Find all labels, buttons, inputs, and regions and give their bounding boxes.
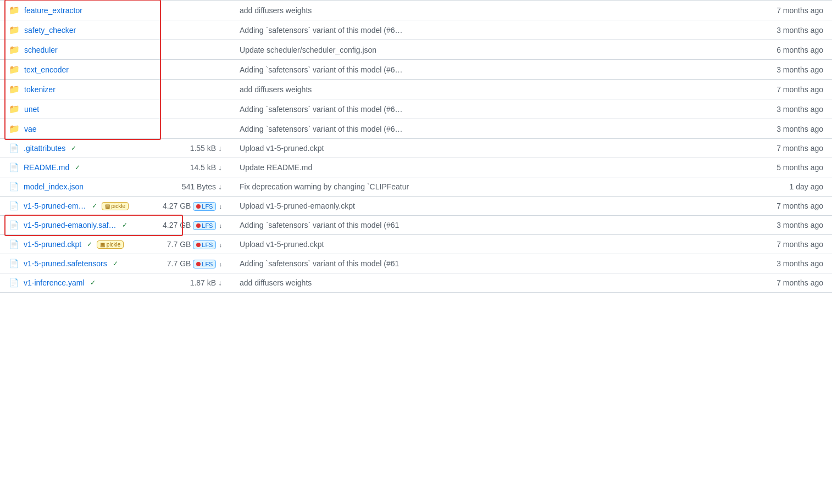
commit-message[interactable]: Adding `safetensors` variant of this mod… xyxy=(231,254,755,273)
file-name[interactable]: unet xyxy=(24,105,39,114)
folder-icon: 📁 xyxy=(9,124,20,134)
file-size xyxy=(154,99,231,119)
file-size: 14.5 kB ↓ xyxy=(154,158,231,177)
verified-icon: ✓ xyxy=(87,240,92,248)
lfs-badge: LFS xyxy=(193,202,216,211)
file-size xyxy=(154,80,231,99)
table-row: 📄v1-inference.yaml✓1.87 kB ↓add diffuser… xyxy=(0,273,832,293)
commit-age: 7 months ago xyxy=(755,197,832,216)
table-row: 📄v1-5-pruned-emaonly.saf…✓4.27 GB LFS ↓A… xyxy=(0,216,832,235)
file-size xyxy=(154,60,231,80)
table-row: 📁schedulerUpdate scheduler/scheduler_con… xyxy=(0,40,832,60)
pickle-badge: ▩ pickle xyxy=(102,202,129,210)
size-value: 7.7 GB xyxy=(167,259,193,268)
commit-message[interactable]: Adding `safetensors` variant of this mod… xyxy=(231,20,755,40)
table-row: 📁tokenizeradd diffusers weights7 months … xyxy=(0,80,832,99)
verified-icon: ✓ xyxy=(75,164,80,171)
commit-message[interactable]: Adding `safetensors` variant of this mod… xyxy=(231,119,755,139)
lfs-badge: LFS xyxy=(193,260,216,268)
table-row: 📄model_index.json541 Bytes ↓Fix deprecat… xyxy=(0,177,832,197)
commit-age: 7 months ago xyxy=(755,273,832,293)
file-size: 4.27 GB LFS ↓ xyxy=(154,197,231,216)
commit-message[interactable]: add diffusers weights xyxy=(231,1,755,20)
folder-icon: 📁 xyxy=(9,104,20,114)
commit-age: 3 months ago xyxy=(755,119,832,139)
file-size: 7.7 GB LFS ↓ xyxy=(154,254,231,273)
commit-message[interactable]: Adding `safetensors` variant of this mod… xyxy=(231,216,755,235)
commit-message[interactable]: Upload v1-5-pruned.ckpt xyxy=(231,235,755,254)
file-name[interactable]: text_encoder xyxy=(24,65,69,74)
commit-message[interactable]: Adding `safetensors` variant of this mod… xyxy=(231,60,755,80)
commit-age: 3 months ago xyxy=(755,216,832,235)
commit-message[interactable]: Update scheduler/scheduler_config.json xyxy=(231,40,755,60)
table-row: 📁vaeAdding `safetensors` variant of this… xyxy=(0,119,832,139)
file-icon: 📄 xyxy=(9,220,19,230)
file-size xyxy=(154,1,231,20)
folder-icon: 📁 xyxy=(9,25,20,35)
size-value: 4.27 GB xyxy=(163,201,193,210)
commit-age: 3 months ago xyxy=(755,60,832,80)
file-name[interactable]: v1-inference.yaml xyxy=(24,278,85,287)
file-name[interactable]: v1-5-pruned-emaonly.saf… xyxy=(24,221,117,229)
verified-icon: ✓ xyxy=(90,279,96,287)
file-name[interactable]: feature_extractor xyxy=(24,6,82,15)
commit-message[interactable]: Upload v1-5-pruned.ckpt xyxy=(231,139,755,158)
commit-age: 1 day ago xyxy=(755,177,832,197)
lfs-badge: LFS xyxy=(193,221,216,230)
file-name[interactable]: v1-5-pruned.safetensors xyxy=(24,259,107,268)
commit-age: 3 months ago xyxy=(755,254,832,273)
download-arrow[interactable]: ↓ xyxy=(217,203,222,210)
file-size xyxy=(154,20,231,40)
verified-icon: ✓ xyxy=(113,260,118,267)
file-icon: 📄 xyxy=(9,201,19,211)
table-row: 📄v1-5-pruned.ckpt✓▩ pickle7.7 GB LFS ↓Up… xyxy=(0,235,832,254)
folder-icon: 📁 xyxy=(9,64,20,75)
commit-message[interactable]: add diffusers weights xyxy=(231,273,755,293)
file-name[interactable]: .gitattributes xyxy=(24,144,65,153)
commit-message[interactable]: Upload v1-5-pruned-emaonly.ckpt xyxy=(231,197,755,216)
file-name[interactable]: model_index.json xyxy=(24,182,84,191)
file-icon: 📄 xyxy=(9,259,19,268)
file-name[interactable]: tokenizer xyxy=(24,85,56,94)
file-size xyxy=(154,40,231,60)
commit-age: 3 months ago xyxy=(755,99,832,119)
file-icon: 📄 xyxy=(9,143,19,153)
commit-age: 7 months ago xyxy=(755,80,832,99)
commit-age: 7 months ago xyxy=(755,139,832,158)
table-row: 📄README.md✓14.5 kB ↓Update README.md5 mo… xyxy=(0,158,832,177)
file-size: 4.27 GB LFS ↓ xyxy=(154,216,231,235)
download-arrow[interactable]: ↓ xyxy=(217,222,222,229)
commit-age: 5 months ago xyxy=(755,158,832,177)
size-value: 4.27 GB xyxy=(163,221,193,229)
lfs-badge: LFS xyxy=(193,240,216,249)
file-size xyxy=(154,119,231,139)
file-size: 541 Bytes ↓ xyxy=(154,177,231,197)
file-name[interactable]: safety_checker xyxy=(24,26,76,35)
commit-age: 6 months ago xyxy=(755,40,832,60)
verified-icon: ✓ xyxy=(92,202,97,210)
file-name[interactable]: vae xyxy=(24,125,37,133)
file-name[interactable]: README.md xyxy=(24,163,69,172)
file-browser: 📁feature_extractoradd diffusers weights7… xyxy=(0,0,832,504)
commit-message[interactable]: Update README.md xyxy=(231,158,755,177)
commit-age: 3 months ago xyxy=(755,20,832,40)
file-size: 1.87 kB ↓ xyxy=(154,273,231,293)
file-icon: 📄 xyxy=(9,278,19,288)
commit-message[interactable]: Adding `safetensors` variant of this mod… xyxy=(231,99,755,119)
file-name[interactable]: v1-5-pruned.ckpt xyxy=(24,240,81,249)
verified-icon: ✓ xyxy=(71,144,76,152)
pickle-badge: ▩ pickle xyxy=(97,240,124,249)
commit-message[interactable]: Fix deprecation warning by changing `CLI… xyxy=(231,177,755,197)
verified-icon: ✓ xyxy=(122,221,127,229)
file-icon: 📄 xyxy=(9,163,19,172)
file-name[interactable]: v1-5-pruned-em… xyxy=(24,201,86,210)
folder-icon: 📁 xyxy=(9,5,20,15)
file-list-table: 📁feature_extractoradd diffusers weights7… xyxy=(0,0,832,293)
table-row: 📄.gitattributes✓1.55 kB ↓Upload v1-5-pru… xyxy=(0,139,832,158)
download-arrow[interactable]: ↓ xyxy=(217,261,222,267)
download-arrow[interactable]: ↓ xyxy=(217,242,222,248)
file-name[interactable]: scheduler xyxy=(24,46,58,54)
folder-icon: 📁 xyxy=(9,84,20,94)
commit-message[interactable]: add diffusers weights xyxy=(231,80,755,99)
table-row: 📄v1-5-pruned-em…✓▩ pickle4.27 GB LFS ↓Up… xyxy=(0,197,832,216)
